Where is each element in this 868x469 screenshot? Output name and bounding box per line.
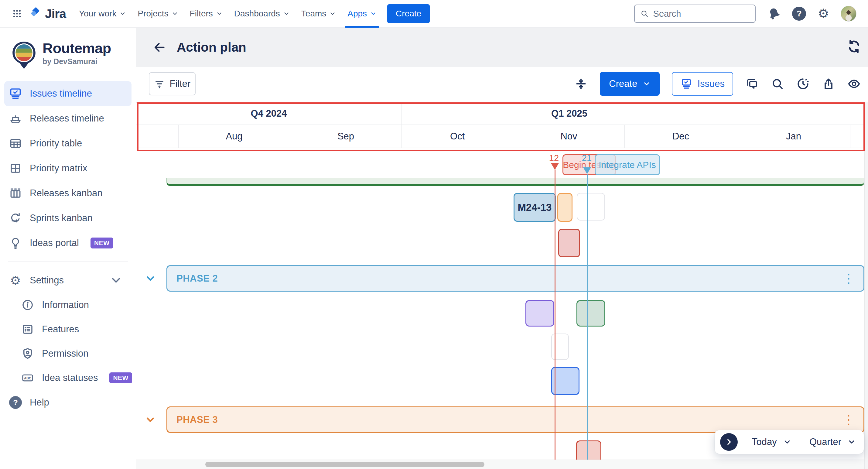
routemap-pin-icon (11, 41, 36, 69)
month-cell-partial (850, 125, 864, 148)
notifications-bell-icon[interactable] (767, 7, 780, 20)
milestone-line-teal (587, 174, 588, 460)
sidebar-item-priority-table[interactable]: Priority table (4, 131, 131, 156)
issue-chip-green[interactable] (577, 300, 605, 326)
abc-statuses-icon: ABC (21, 372, 34, 384)
chevron-down-icon (847, 438, 856, 446)
sidebar-item-issues-timeline[interactable]: Issues timeline (4, 81, 131, 106)
sidebar-item-information[interactable]: Information (17, 293, 131, 317)
history-clock-icon[interactable] (796, 77, 810, 91)
help-icon[interactable]: ? (792, 7, 806, 21)
milestone-day-21: 21 (578, 153, 596, 163)
sidebar: Routemap by DevSamurai Issues timeline R… (0, 28, 136, 469)
jira-logo-icon (29, 7, 42, 20)
sidebar-item-help[interactable]: ? Help (4, 390, 131, 415)
app-switcher-icon[interactable] (8, 0, 26, 28)
page-title: Action plan (177, 40, 246, 55)
timeline-quarter-row: Q4 2024 Q1 2025 (136, 102, 864, 125)
phase3-bar[interactable]: PHASE 3 ⋮ (166, 406, 864, 433)
refresh-sync-icon[interactable] (846, 38, 862, 54)
issue-chip-m24-13[interactable]: M24-13 (514, 193, 556, 222)
chevron-down-icon[interactable] (110, 274, 122, 287)
help-icon: ? (9, 396, 22, 409)
nav-item-apps[interactable]: Apps (342, 0, 382, 28)
issue-chip-orange[interactable] (557, 193, 572, 222)
nav-item-projects[interactable]: Projects (132, 0, 184, 28)
nav-item-your-work[interactable]: Your work (73, 0, 132, 28)
shield-person-icon (21, 347, 34, 360)
milestone-pin-icon[interactable] (583, 167, 591, 174)
search-input[interactable] (653, 9, 750, 19)
issues-view-button[interactable]: Issues (672, 72, 733, 96)
horizontal-scrollbar-thumb[interactable] (205, 462, 485, 467)
app-subtitle: by DevSamurai (42, 57, 111, 66)
sidebar-item-permission[interactable]: Permission (17, 341, 131, 366)
sidebar-item-releases-timeline[interactable]: Releases timeline (4, 106, 131, 131)
sidebar-item-settings[interactable]: ⚙ Settings (4, 268, 131, 293)
vertical-scrollbar[interactable] (864, 102, 868, 469)
month-cell: Oct (402, 125, 513, 148)
phase2-bar[interactable]: PHASE 2 ⋮ (166, 265, 864, 291)
collapse-chevron-phase2[interactable] (145, 273, 156, 284)
matrix-icon (9, 162, 22, 175)
quarter-cell: Q4 2024 (136, 103, 402, 125)
milestone-label-integrate-apis[interactable]: Integrate APIs (595, 154, 660, 175)
chevron-down-icon (216, 10, 223, 17)
sidebar-item-idea-statuses[interactable]: ABC Idea statuses NEW (17, 366, 131, 390)
chevron-down-icon (783, 438, 792, 446)
quarter-cell (737, 103, 864, 125)
watch-eye-icon[interactable] (847, 77, 861, 91)
zoom-level-dropdown[interactable]: Quarter (809, 437, 856, 447)
search-icon (640, 9, 649, 19)
create-dropdown-button[interactable]: Create (600, 72, 660, 96)
jira-logo[interactable]: Jira (29, 7, 66, 21)
issues-timeline-icon (9, 87, 22, 100)
sidebar-item-features[interactable]: Features (17, 317, 131, 341)
kebab-menu-icon[interactable]: ⋮ (842, 413, 855, 426)
month-cell: Nov (513, 125, 625, 148)
export-share-icon[interactable] (822, 77, 835, 91)
scroll-to-next-button[interactable] (720, 433, 738, 451)
milestone-line-red (555, 169, 556, 460)
collapse-rows-icon[interactable] (574, 77, 588, 91)
chevron-down-icon (119, 10, 126, 17)
issue-chip-white[interactable] (551, 334, 569, 360)
global-search-box[interactable] (634, 5, 756, 23)
milestone-pin-icon[interactable] (551, 163, 559, 170)
month-cell: Dec (625, 125, 737, 148)
nav-item-dashboards[interactable]: Dashboards (228, 0, 296, 28)
phase1-bar-partial[interactable] (166, 178, 864, 186)
sidebar-item-releases-kanban[interactable]: Releases kanban (4, 181, 131, 206)
collapse-chevron-phase3[interactable] (145, 414, 156, 426)
sidebar-item-priority-matrix[interactable]: Priority matrix (4, 156, 131, 181)
chevron-down-icon (370, 10, 377, 17)
issue-chip-purple[interactable] (525, 300, 554, 326)
nav-item-filters[interactable]: Filters (184, 0, 228, 28)
svg-text:ABC: ABC (24, 376, 31, 380)
ship-icon (9, 112, 22, 125)
timeline-content: Filter Create Issues (136, 67, 868, 469)
kebab-menu-icon[interactable]: ⋮ (842, 272, 855, 285)
new-badge: NEW (109, 372, 132, 383)
chevron-down-icon (172, 10, 178, 17)
nav-item-teams[interactable]: Teams (296, 0, 342, 28)
issue-chip-white[interactable] (577, 193, 605, 221)
settings-gear-icon[interactable]: ⚙ (817, 7, 829, 20)
page-header: Action plan (136, 28, 868, 67)
quarter-cell: Q1 2025 (402, 103, 737, 125)
filter-button[interactable]: Filter (149, 72, 195, 95)
comments-icon[interactable] (745, 77, 759, 91)
new-badge: NEW (91, 238, 113, 248)
sidebar-item-sprints-kanban[interactable]: Sprints kanban (4, 206, 131, 230)
user-avatar[interactable] (841, 6, 857, 22)
search-icon[interactable] (771, 77, 784, 91)
sidebar-item-ideas-portal[interactable]: Ideas portal NEW (4, 230, 131, 255)
issue-chip-red[interactable] (558, 229, 580, 257)
main-panel: Action plan Filter Create Issues (136, 28, 868, 469)
today-dropdown[interactable]: Today (752, 437, 792, 447)
info-icon (21, 299, 34, 311)
month-cell: Aug (179, 125, 290, 148)
nav-create-button[interactable]: Create (387, 4, 430, 23)
top-navigation-bar: Jira Your work Projects Filters Dashboar… (0, 0, 868, 28)
back-arrow-button[interactable] (152, 40, 166, 54)
